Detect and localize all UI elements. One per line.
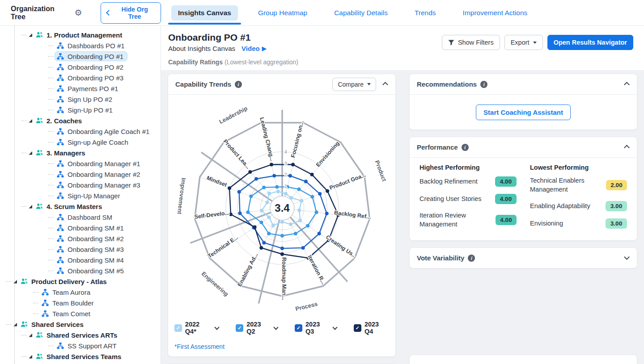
tree-expander-icon[interactable]: [28, 205, 32, 209]
info-icon[interactable]: i: [462, 144, 469, 151]
hide-org-tree-button[interactable]: Hide Org Tree: [101, 2, 161, 24]
info-icon[interactable]: i: [480, 81, 487, 88]
tree-expander-icon[interactable]: [28, 119, 32, 123]
tree-item-label: Team Boulder: [52, 299, 94, 307]
performance-item: Envisioning3.00: [530, 218, 627, 229]
capability-label: Backlog Refinement: [419, 177, 478, 186]
tree-item-onboarding-manager-1[interactable]: Onboarding Manager #1: [0, 158, 161, 169]
tree-item-dashboard-sm[interactable]: Dashboard SM: [0, 212, 161, 222]
tree-item-team-boulder[interactable]: Team Boulder: [0, 297, 161, 308]
org-unit-icon: [56, 84, 64, 92]
tree-item-onboarding-sm-2[interactable]: Onboarding SM #2: [0, 233, 161, 244]
about-insights-label: About Insights Canvas: [168, 45, 235, 52]
video-link[interactable]: Video ▶: [242, 45, 267, 52]
open-results-navigator-button[interactable]: Open Results Navigator: [547, 35, 633, 50]
collapse-chevron[interactable]: [624, 79, 630, 89]
tree-item-sign-up-manager[interactable]: Sign-Up Manager: [0, 190, 161, 201]
capability-label: Iteration Review Management: [419, 211, 491, 229]
tree-connector: [48, 110, 54, 110]
tree-item-onboarding-po-1[interactable]: Onboarding PO #1: [0, 51, 161, 62]
tree-item-onboarding-manager-3[interactable]: Onboarding Manager #3: [0, 180, 161, 190]
tab-insights-canvas[interactable]: Insights Canvas: [171, 5, 238, 21]
expand-chevron[interactable]: [624, 253, 630, 263]
svg-text:3: 3: [284, 161, 287, 166]
tree-item-dashboards-po-1[interactable]: Dashboards PO #1: [0, 40, 161, 51]
tree-item-4-scrum-masters[interactable]: 4. Scrum Masters: [0, 201, 161, 212]
tree-connector: [21, 35, 27, 35]
org-unit-icon: [56, 245, 64, 253]
compare-button[interactable]: Compare: [332, 78, 376, 91]
tree-connector: [48, 142, 54, 142]
tree-item-onboarding-agile-coach-1[interactable]: Onboarding Agile Coach #1: [0, 126, 161, 137]
performance-item: Enabling Adaptability3.00: [530, 201, 627, 211]
tree-item-onboarding-sm-5[interactable]: Onboarding SM #5: [0, 265, 161, 276]
tree-item-shared-services-teams[interactable]: Shared Services Teams: [0, 351, 161, 362]
video-label: Video: [242, 45, 260, 52]
checkbox[interactable]: ✓: [174, 324, 182, 332]
checkbox[interactable]: ✓: [295, 324, 302, 332]
collapse-chevron[interactable]: [624, 142, 630, 152]
toggle-2023-q2[interactable]: ✓2023 Q2: [236, 321, 278, 335]
tree-item-product-delivery-atlas[interactable]: Product Delivery - Atlas: [0, 276, 161, 287]
tree-item-ss-support-art[interactable]: SS Support ART: [0, 340, 161, 351]
toggle-2022-q4-[interactable]: ✓2022 Q4*: [174, 321, 219, 335]
toggle-2023-q4[interactable]: ✓2023 Q4: [354, 321, 389, 335]
chevron-down-icon[interactable]: [274, 325, 279, 330]
tree-item-onboarding-manager-2[interactable]: Onboarding Manager #2: [0, 169, 161, 180]
chevron-down-icon[interactable]: [215, 325, 220, 330]
toggle-2023-q3[interactable]: ✓2023 Q3: [295, 321, 337, 335]
svg-text:Focusing on...: Focusing on...: [290, 120, 305, 159]
tree-item-team-aurora[interactable]: Team Aurora: [0, 287, 161, 297]
capability-trends-header: Capability Trends i Compare: [168, 74, 395, 95]
chevron-down-icon[interactable]: [332, 325, 337, 330]
start-coaching-assistant-button[interactable]: Start Coaching Assistant: [476, 105, 571, 120]
tab-trends[interactable]: Trends: [408, 5, 443, 21]
tree-expander-icon[interactable]: [28, 333, 32, 337]
team-group-icon: [35, 352, 43, 360]
first-assessment-note[interactable]: *First Assessment: [168, 336, 395, 356]
info-icon[interactable]: i: [468, 255, 475, 262]
tree-item-onboarding-sm-1[interactable]: Onboarding SM #1: [0, 222, 161, 233]
tree-item-sign-up-po-1[interactable]: Sign-Up PO #1: [0, 105, 161, 115]
tree-connector: [21, 335, 27, 335]
tree-item-team-comet[interactable]: Team Comet: [0, 308, 161, 319]
toggle-label: 2022 Q4*: [185, 321, 212, 335]
tree-item-sign-up-agile-coach[interactable]: Sign-up Agile Coach: [0, 137, 161, 147]
gear-icon[interactable]: ⚙: [74, 8, 82, 17]
tree-item-payments-po-1[interactable]: Payments PO #1: [0, 83, 161, 94]
tree-item-team-ignite[interactable]: Team Ignite: [0, 362, 161, 364]
tree-item-3-managers[interactable]: 3. Managers: [0, 147, 161, 158]
checkbox[interactable]: ✓: [354, 324, 361, 332]
tree-item-onboarding-po-2[interactable]: Onboarding PO #2: [0, 62, 161, 72]
export-button[interactable]: Export: [504, 35, 543, 50]
tree-item-onboarding-po-3[interactable]: Onboarding PO #3: [0, 72, 161, 83]
tree-item-shared-services[interactable]: Shared Services: [0, 319, 161, 330]
tree-expander-icon[interactable]: [13, 322, 17, 326]
tree-item-label: Onboarding SM #2: [68, 235, 124, 243]
tab-group-heatmap[interactable]: Group Heatmap: [251, 5, 314, 21]
org-unit-icon: [56, 224, 64, 232]
tree-item-sign-up-po-2[interactable]: Sign Up PO #2: [0, 94, 161, 105]
show-filters-button[interactable]: Show Filters: [442, 35, 500, 50]
capability-label: Envisioning: [530, 219, 563, 228]
tree-item-2-coaches[interactable]: 2. Coaches: [0, 115, 161, 126]
tree-connector: [48, 174, 54, 175]
svg-text:Self-Develo...: Self-Develo...: [194, 209, 230, 220]
tree-expander-icon[interactable]: [28, 355, 32, 359]
tree-item-label: Sign-Up Manager: [68, 192, 120, 200]
tree-item-1-product-management[interactable]: 1. Product Management: [0, 29, 161, 40]
tab-improvement-actions[interactable]: Improvement Actions: [456, 5, 534, 21]
tree-item-onboarding-sm-4[interactable]: Onboarding SM #4: [0, 255, 161, 265]
info-icon[interactable]: i: [235, 81, 242, 88]
checkbox[interactable]: ✓: [236, 324, 243, 332]
tree-expander-icon[interactable]: [28, 33, 32, 37]
tree-item-onboarding-sm-3[interactable]: Onboarding SM #3: [0, 244, 161, 255]
capability-trends-title: Capability Trends: [175, 80, 231, 88]
org-unit-icon: [56, 256, 64, 264]
collapse-chevron[interactable]: [382, 79, 388, 89]
tree-expander-icon[interactable]: [28, 151, 32, 155]
tree-item-shared-services-arts[interactable]: Shared Services ARTs: [0, 330, 161, 340]
org-unit-icon: [41, 310, 49, 318]
tab-capability-details[interactable]: Capability Details: [327, 5, 394, 21]
tree-expander-icon[interactable]: [13, 280, 17, 284]
